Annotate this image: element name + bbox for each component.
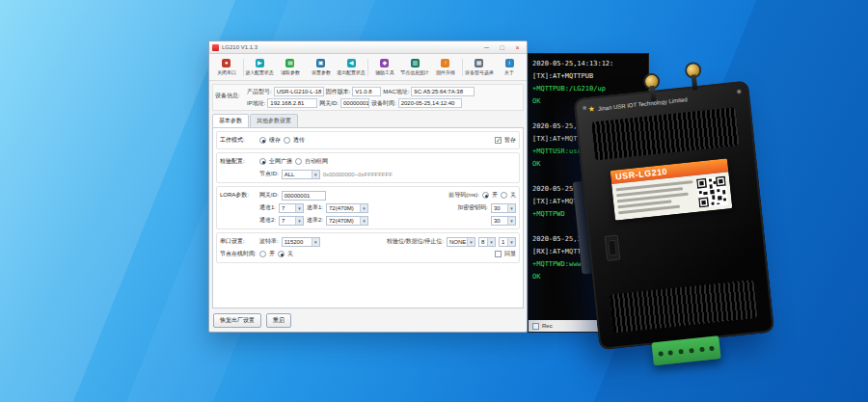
button-label: 进入配置状态 xyxy=(246,68,275,75)
enter-config-button[interactable]: ▶ 进入配置状态 xyxy=(245,56,276,79)
button-label: 设置参数 xyxy=(312,68,331,75)
node-id-label: 节点ID: xyxy=(259,170,279,178)
key1-select[interactable]: 30 xyxy=(491,203,516,213)
echo-checkbox[interactable] xyxy=(495,251,502,257)
vent-grille xyxy=(591,107,739,160)
transparent-mode-option: 透传 xyxy=(293,136,305,145)
auto-network-radio[interactable] xyxy=(295,158,302,165)
antenna-connector-icon xyxy=(687,64,700,77)
product-model-label: 产品型号: xyxy=(247,88,272,96)
gateway-id-label: 网关ID: xyxy=(319,99,339,108)
preamble-off-option: 关 xyxy=(510,191,516,200)
firmware-version-label: 固件版本: xyxy=(326,88,351,96)
channel1-label: 通道1: xyxy=(259,203,276,212)
broadcast-option: 全网广播 xyxy=(269,157,292,166)
about-button[interactable]: i 关于 xyxy=(494,56,525,79)
minimize-button[interactable]: ─ xyxy=(480,43,493,52)
key2-select[interactable]: 30 xyxy=(491,216,516,226)
factory-reset-button[interactable]: 恢复出厂设置 xyxy=(213,313,261,328)
stop-bits-select[interactable]: 1 xyxy=(499,237,516,247)
tab-basic-params[interactable]: 基本参数 xyxy=(212,114,249,127)
toolbar-separator xyxy=(462,59,463,76)
device-info-row: IP地址: 192.168.2.81 网关ID: 00000001 设备时间: … xyxy=(247,98,521,108)
channel2-select[interactable]: 7 xyxy=(279,216,304,226)
serial-settings-label: 串口设置: xyxy=(220,237,257,246)
tab-other-params[interactable]: 其他参数设置 xyxy=(250,114,298,127)
preamble-on-option: 开 xyxy=(492,191,498,200)
data-bits-select[interactable]: 8 xyxy=(478,237,496,247)
preamble-off-radio[interactable] xyxy=(501,192,507,199)
online-on-radio[interactable] xyxy=(259,251,266,257)
lora-params-group: LORA参数: 网关ID: 00000001 前导码(ms): 开 关 通道1:… xyxy=(216,186,520,229)
online-off-radio[interactable] xyxy=(278,251,285,257)
product-model-value: USR-LG210-L-18 xyxy=(274,87,324,96)
broadcast-radio[interactable] xyxy=(259,158,266,165)
store-checkbox-label: 暂存 xyxy=(504,136,516,145)
rate1-label: 速率1: xyxy=(307,203,323,212)
read-params-button[interactable]: ▤ 读取参数 xyxy=(275,56,306,79)
toolbar-separator xyxy=(243,59,244,76)
exit-config-button[interactable]: ◀ 退出配置状态 xyxy=(336,56,366,79)
node-id-range-hint: 0x00000000~0xFFFFFFFF xyxy=(323,172,393,177)
brand-text: Jinan USR IOT Technology Limited xyxy=(598,96,688,112)
preamble-on-radio[interactable] xyxy=(482,192,489,199)
device-info-title: 设备信息: xyxy=(215,87,244,108)
window-title: LG210 V1.1.3 xyxy=(222,44,477,50)
ip-address-value: 192.168.2.81 xyxy=(267,98,317,108)
device-body: ★ Jinan USR IOT Technology Limited USR-L… xyxy=(574,81,774,351)
device-label: USR-LG210 xyxy=(610,158,733,220)
device-model-select-button[interactable]: ▦ 设备型号选择 xyxy=(464,56,495,79)
button-label: 设备型号选择 xyxy=(465,68,494,75)
firmware-version-value: V1.0.8 xyxy=(352,87,381,96)
device-time-value: 2020-05-25,14:12:40 xyxy=(398,98,462,108)
basic-params-panel: 工作模式: 缓存 透传 暂存 校验配置: 全网广播 自动组网 xyxy=(212,127,524,308)
work-mode-group: 工作模式: 缓存 透传 暂存 xyxy=(216,131,520,149)
stats-icon: ▥ xyxy=(411,59,420,67)
screw-icon xyxy=(582,105,586,110)
write-params-button[interactable]: ▣ 设置参数 xyxy=(306,56,337,79)
device-info-group: 设备信息: 产品型号: USR-LG210-L-18 固件版本: V1.0.8 … xyxy=(212,84,524,111)
ethernet-port xyxy=(605,235,621,261)
background-stripe xyxy=(0,0,235,402)
mac-address-label: MAC地址: xyxy=(383,88,409,96)
gateway-id-input[interactable]: 00000001 xyxy=(282,191,326,201)
maximize-button[interactable]: □ xyxy=(496,43,508,52)
vent-grille xyxy=(610,280,757,333)
exit-config-icon: ◀ xyxy=(347,59,356,67)
close-button[interactable]: × xyxy=(511,43,524,52)
rec-checkbox[interactable] xyxy=(532,323,539,330)
button-label: 关闭串口 xyxy=(217,68,236,75)
cache-mode-radio[interactable] xyxy=(259,137,266,144)
parity-select[interactable]: NONE xyxy=(447,237,475,247)
node-stats-button[interactable]: ▥ 节点信息统计 xyxy=(400,56,431,79)
aux-tools-button[interactable]: ◆ 辅助工具 xyxy=(369,56,400,79)
rate2-select[interactable]: 72(470M) xyxy=(326,216,368,226)
device-time-label: 设备时间: xyxy=(371,99,396,108)
firmware-upgrade-button[interactable]: ↑ 固件升级 xyxy=(430,56,461,79)
device-model-icon: ▦ xyxy=(475,59,483,67)
titlebar[interactable]: LG210 V1.1.3 ─ □ × xyxy=(209,41,527,54)
close-serial-button[interactable]: ● 关闭串口 xyxy=(211,56,242,79)
rate1-select[interactable]: 72(470M) xyxy=(326,203,368,213)
toolbar-separator xyxy=(367,59,368,76)
work-mode-label: 工作模式: xyxy=(220,136,257,145)
label-spec-lines xyxy=(615,179,695,216)
antenna-connector-icon xyxy=(645,74,659,88)
online-on-option: 开 xyxy=(269,250,275,258)
baud-rate-label: 波特率: xyxy=(259,237,279,246)
device-info-row: 产品型号: USR-LG210-L-18 固件版本: V1.0.8 MAC地址:… xyxy=(247,87,521,96)
serial-settings-group: 串口设置: 波特率: 115200 校验位/数据位/停止位: NONE 8 1 … xyxy=(216,232,520,263)
node-id-select[interactable]: ALL xyxy=(282,170,320,179)
store-checkbox[interactable] xyxy=(495,137,502,144)
button-label: 退出配置状态 xyxy=(337,68,366,75)
logo-star-icon: ★ xyxy=(587,105,595,114)
button-label: 辅助工具 xyxy=(375,68,394,75)
baud-rate-select[interactable]: 115200 xyxy=(282,237,320,247)
echo-checkbox-label: 回显 xyxy=(504,250,516,258)
channel1-select[interactable]: 7 xyxy=(279,203,304,213)
window-footer: 恢复出厂设置 重启 xyxy=(213,313,291,328)
about-icon: i xyxy=(505,59,514,67)
marketing-banner: LG210 V1.1.3 ─ □ × ● 关闭串口 ▶ 进入配置状态 ▤ 读取参… xyxy=(0,0,868,402)
transparent-mode-radio[interactable] xyxy=(284,137,290,144)
restart-button[interactable]: 重启 xyxy=(266,313,291,328)
